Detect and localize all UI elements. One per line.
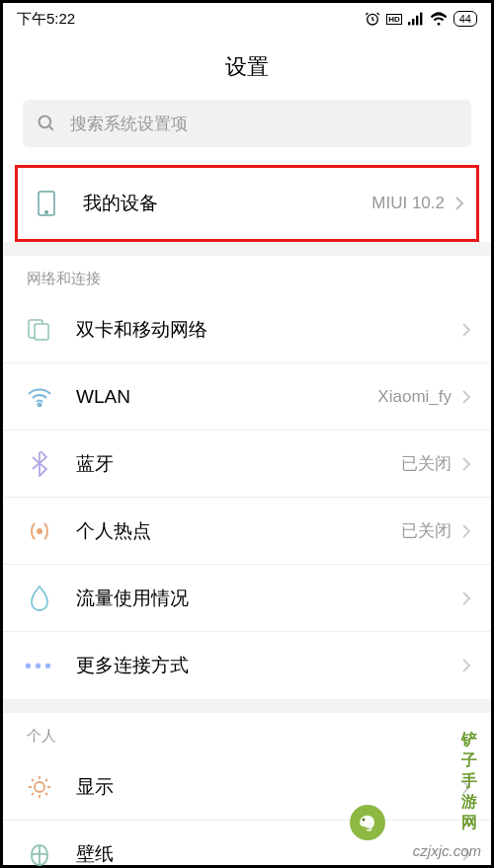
wallpaper-row[interactable]: 壁纸: [3, 821, 491, 868]
chevron-right-icon: [461, 523, 471, 539]
search-icon: [37, 114, 56, 133]
page-title: 设置: [3, 35, 491, 100]
svg-point-11: [39, 403, 41, 406]
my-device-value: MIUI 10.2: [371, 194, 445, 213]
display-row[interactable]: 显示: [3, 753, 491, 821]
section-divider: [3, 699, 491, 713]
alarm-icon: [365, 11, 380, 27]
svg-point-5: [40, 117, 51, 128]
more-connections-row[interactable]: ••• 更多连接方式: [3, 632, 491, 699]
chevron-right-icon: [454, 196, 464, 211]
wifi-icon: [23, 387, 56, 407]
hotspot-value: 已关闭: [401, 519, 452, 542]
bluetooth-label: 蓝牙: [76, 451, 401, 477]
my-device-label: 我的设备: [83, 191, 371, 216]
svg-point-8: [45, 211, 47, 213]
battery-indicator: 44: [453, 11, 477, 27]
search-input[interactable]: 搜索系统设置项: [23, 100, 471, 147]
hotspot-label: 个人热点: [76, 518, 401, 544]
wlan-row[interactable]: WLAN Xiaomi_fy: [3, 363, 491, 431]
chevron-right-icon: [461, 322, 471, 338]
more-connections-label: 更多连接方式: [76, 653, 452, 678]
sim-row[interactable]: 双卡和移动网络: [3, 296, 491, 363]
device-icon: [30, 190, 63, 217]
wallpaper-label: 壁纸: [76, 841, 452, 867]
svg-point-12: [37, 528, 42, 534]
chevron-right-icon: [461, 389, 471, 405]
svg-rect-10: [35, 324, 48, 340]
display-icon: [23, 774, 56, 800]
svg-rect-3: [416, 16, 418, 26]
chevron-right-icon: [461, 591, 471, 606]
svg-rect-1: [408, 22, 410, 25]
bluetooth-value: 已关闭: [401, 452, 452, 475]
data-usage-row[interactable]: 流量使用情况: [3, 565, 491, 632]
display-label: 显示: [76, 774, 452, 800]
chevron-right-icon: [461, 658, 471, 673]
sim-icon: [23, 318, 56, 342]
chevron-right-icon: [461, 456, 471, 472]
status-bar: 下午5:22 HD 44: [3, 3, 491, 35]
svg-rect-2: [412, 19, 414, 25]
data-usage-icon: [23, 585, 56, 612]
wlan-value: Xiaomi_fy: [377, 387, 452, 407]
hd-icon: HD: [386, 14, 402, 25]
data-usage-label: 流量使用情况: [76, 586, 452, 611]
section-header-personal: 个人: [3, 713, 491, 753]
status-icons: HD 44: [365, 11, 477, 27]
highlighted-row: 我的设备 MIUI 10.2: [15, 165, 479, 242]
wlan-label: WLAN: [76, 386, 377, 408]
status-time: 下午5:22: [17, 10, 75, 29]
bluetooth-row[interactable]: 蓝牙 已关闭: [3, 431, 491, 498]
wifi-status-icon: [430, 12, 448, 26]
signal-icon: [408, 12, 424, 26]
section-divider: [3, 242, 491, 256]
chevron-right-icon: [461, 846, 471, 862]
hotspot-row[interactable]: 个人热点 已关闭: [3, 498, 491, 565]
svg-line-6: [49, 126, 53, 130]
more-icon: •••: [23, 655, 56, 677]
my-device-row[interactable]: 我的设备 MIUI 10.2: [20, 170, 474, 237]
bluetooth-icon: [23, 451, 56, 477]
search-placeholder: 搜索系统设置项: [70, 113, 188, 135]
hotspot-icon: [23, 518, 56, 544]
svg-rect-4: [420, 13, 422, 26]
chevron-right-icon: [461, 779, 471, 795]
wallpaper-icon: [23, 841, 56, 867]
section-header-network: 网络和连接: [3, 256, 491, 296]
sim-label: 双卡和移动网络: [76, 317, 452, 343]
svg-point-13: [35, 782, 44, 792]
